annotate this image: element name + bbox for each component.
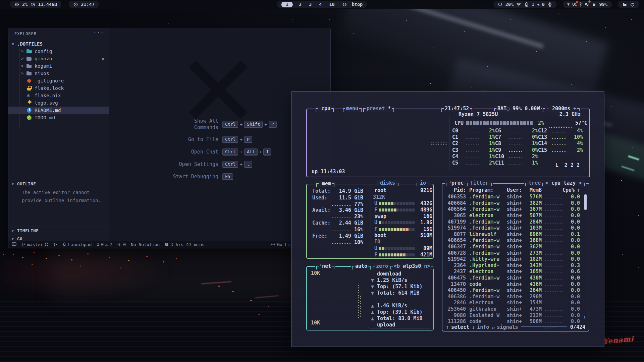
process-row[interactable]: 406564 .ferdium-w shin+ 367M 0.0 (445, 206, 580, 213)
process-row[interactable]: 406728 .ferdium-w shin+ 273M 0.0 (445, 250, 580, 256)
core-row: C14 4% (538, 140, 583, 147)
outline-section-header[interactable]: ∨ OUTLINE (8, 180, 109, 188)
process-row[interactable]: 406347 .ferdium-w shin+ 362M 0.0 (445, 244, 580, 250)
git-branch-indicator[interactable]: master (21, 242, 49, 247)
preset-button[interactable]: preset * (362, 106, 395, 112)
core-name: C9 (495, 147, 509, 153)
list-item[interactable]: > ginoza ● (8, 55, 109, 62)
process-name: .ferdium-w (469, 219, 507, 225)
workspace-10[interactable]: 10 (328, 2, 336, 7)
process-row[interactable]: 406450 .ferdium-w shin+ 264M 0.0 (445, 287, 580, 294)
clock-pill[interactable]: 21:47 (69, 1, 99, 8)
process-row[interactable]: 407199 .ferdium-w shin+ 284M 0.0 (445, 219, 580, 225)
signals-label[interactable]: signals (497, 324, 518, 330)
process-row[interactable]: 406684 .ferdium-w shin+ 382M 0.0 (445, 200, 580, 206)
process-row[interactable]: 2437 electron shin+ 165M 0.6 (445, 268, 580, 275)
process-user: shin+ (507, 213, 526, 219)
process-row[interactable]: 519942 .kitty-wra shin+ 182M 0.0 (445, 256, 580, 262)
file-icon (26, 100, 32, 106)
bluetooth-icon[interactable]: ᛒ (579, 2, 582, 7)
list-item[interactable]: logo.svg (8, 99, 109, 107)
cpu-box-title[interactable]: ¹cpu (315, 106, 335, 112)
time-tracker[interactable]: 3 hrs 41 mins (165, 242, 205, 247)
process-mem: 103M (526, 225, 542, 231)
menu-button[interactable]: menu (342, 106, 363, 112)
list-item[interactable]: .gitignore (8, 77, 109, 84)
list-item[interactable]: TODO.md (8, 114, 109, 121)
process-name: .ferdium-w (469, 275, 507, 281)
source-control-graph-icon[interactable] (54, 242, 57, 247)
system-stats-pill[interactable]: 2% 11.44GB (10, 1, 61, 8)
launchpad-button[interactable]: Launchpad (62, 242, 92, 247)
net-graph (351, 302, 370, 302)
core-graph (466, 158, 479, 158)
tray-pill[interactable]: ▼ UC ᛒ ∿ 99% (563, 1, 612, 8)
list-item[interactable]: flake.nix (8, 92, 109, 99)
process-row[interactable]: 13470 code shin+ 436M 0.0 (445, 281, 580, 287)
process-row[interactable]: 8077 librewolf shin+ 896M 0.1 (445, 231, 580, 238)
workspace-3[interactable]: 3 (308, 2, 313, 7)
net-box-title[interactable]: ³net (315, 263, 335, 269)
workspace-2[interactable]: 2 (298, 2, 303, 7)
list-item[interactable]: flake.lock (8, 84, 109, 92)
process-mem: 165M (526, 268, 542, 275)
tree-root-folder[interactable]: ∨ .DOTFILES (8, 40, 109, 48)
process-row[interactable]: 3065 electron shin+ 507M 0.0 (445, 213, 580, 219)
power-icon[interactable] (630, 2, 635, 7)
file-icon (26, 85, 32, 91)
key: , (244, 161, 252, 168)
upload-total: ▲Total: 83.0 MiB (371, 315, 429, 321)
proc-filter-button[interactable]: filter (466, 180, 493, 186)
file-name: flake.nix (35, 93, 61, 98)
process-row[interactable]: 406386 .ferdium-w shin+ 290M 0.0 (445, 294, 580, 300)
ports-indicator[interactable]: 0 (117, 242, 126, 247)
microphone-icon (547, 2, 552, 7)
list-item[interactable]: > kogami (8, 62, 109, 70)
hardware-pill[interactable]: 20% 1 ◀ 0 (493, 1, 557, 8)
update-interval-control[interactable]: - 2000ms + (542, 106, 581, 112)
workspace-4[interactable]: 4 (318, 2, 323, 7)
timeline-section-header[interactable]: > TIMELINE (8, 227, 109, 235)
clipboard-icon[interactable] (622, 2, 627, 7)
info-label[interactable]: info (477, 324, 489, 330)
go-live-button[interactable]: Go Liv (271, 241, 293, 248)
disks-title[interactable]: disks (376, 180, 399, 186)
process-row[interactable]: 519974 .ferdium-w shin+ 103M 0.0 (445, 225, 580, 231)
process-graph (545, 248, 563, 248)
list-item[interactable]: README.md (8, 107, 109, 114)
list-item[interactable]: > config (8, 48, 109, 55)
process-row[interactable]: 406475 .ferdium-w shin+ 430M 0.0 (445, 275, 580, 281)
process-row[interactable]: 2846 electron shin+ 154M 0.0 (445, 300, 580, 306)
network-tray-icon[interactable]: ▼ (567, 2, 570, 7)
solution-indicator[interactable]: No Solution (131, 242, 160, 247)
proc-table-header[interactable]: Pid: Program: User: MemB Cpu% ↑ (445, 187, 580, 193)
more-actions-icon[interactable]: ··· (93, 29, 104, 36)
process-row[interactable]: 406654 .ferdium-w shin+ 368M 0.0 (445, 237, 580, 244)
proc-box-title[interactable]: ⁴proc (445, 180, 468, 186)
core-graph (509, 144, 522, 145)
actions-pill[interactable] (618, 1, 639, 8)
mem-box-title[interactable]: ²mem (315, 181, 335, 187)
proc-scrollbar[interactable] (584, 194, 587, 210)
file-name: flake.lock (35, 85, 64, 91)
select-label[interactable]: select (451, 324, 469, 330)
tray-app-icon[interactable]: ∿ (585, 1, 589, 7)
process-row[interactable]: 9080 Isolated W shin+ 212M 0.0 (445, 312, 580, 318)
list-item[interactable]: > nixos (8, 70, 109, 77)
process-row[interactable]: 406353 .ferdium-w shin+ 576M 0.0 (445, 194, 580, 200)
problems-indicator[interactable]: ⊘ 0 ⚠ 2 (97, 242, 112, 247)
remote-indicator[interactable] (12, 242, 16, 246)
process-name: .ferdium-w (469, 194, 507, 200)
keyboard-layout-indicator[interactable]: UC (572, 2, 576, 7)
workspace-active[interactable]: 1 (281, 2, 293, 7)
net-graph (358, 284, 359, 318)
process-row[interactable]: 2364 .Hyprland- shin+ 143M 0.3 (445, 262, 580, 269)
process-row[interactable]: 253640 gitkraken shin+ 473M 0.0 (445, 306, 580, 312)
net-interface-selector[interactable]: <b wlp3s0 n> (389, 263, 434, 269)
proc-sort-selector[interactable]: < cpu lazy > (541, 180, 586, 186)
battery-device-count: 1 (532, 2, 534, 7)
process-pid: 406386 (445, 294, 466, 300)
net-auto-button[interactable]: auto (351, 263, 372, 269)
io-title[interactable]: io (416, 180, 430, 186)
process-graph (545, 254, 563, 255)
